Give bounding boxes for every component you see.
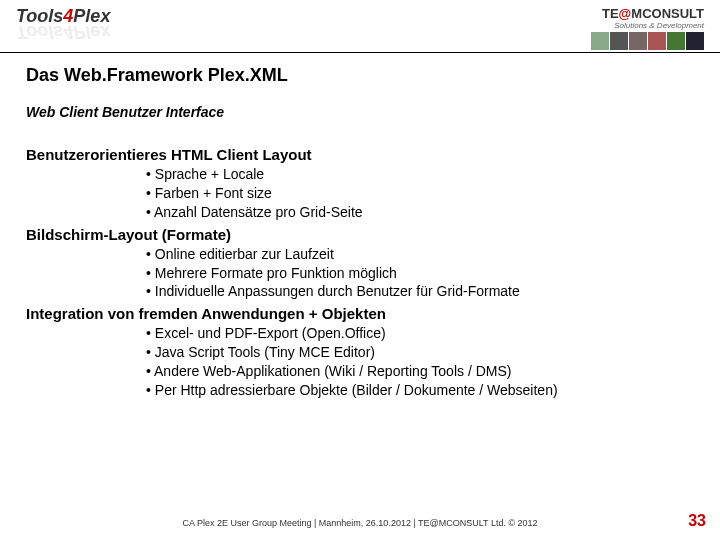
- slide-header: Tools4Plex Tools4Plex TE@MCONSULT Soluti…: [0, 0, 720, 53]
- slide-subtitle: Web Client Benutzer Interface: [26, 104, 694, 120]
- list-item: Anzahl Datensätze pro Grid-Seite: [146, 203, 694, 222]
- logo-reflection: Tools4Plex: [16, 21, 110, 42]
- logo-part-te: TE: [602, 6, 619, 21]
- slide-content: Das Web.Framework Plex.XML Web Client Be…: [0, 53, 720, 400]
- page-number: 33: [688, 512, 706, 530]
- section-list-2: Excel- und PDF-Export (Open.Office) Java…: [26, 324, 694, 400]
- logo-part-at: @: [619, 6, 632, 21]
- logo-teamconsult: TE@MCONSULT Solutions & Development: [591, 6, 704, 50]
- list-item: Mehrere Formate pro Funktion möglich: [146, 264, 694, 283]
- list-item: Andere Web-Applikationen (Wiki / Reporti…: [146, 362, 694, 381]
- list-item: Sprache + Locale: [146, 165, 694, 184]
- logo-tagline: Solutions & Development: [591, 21, 704, 30]
- list-item: Per Http adressierbare Objekte (Bilder /…: [146, 381, 694, 400]
- slide-footer: CA Plex 2E User Group Meeting | Mannheim…: [0, 518, 720, 528]
- logo-part-mconsult: MCONSULT: [631, 6, 704, 21]
- logo-thumbs: [591, 32, 704, 50]
- slide-title: Das Web.Framework Plex.XML: [26, 65, 694, 86]
- logo-tools4plex: Tools4Plex Tools4Plex: [16, 6, 110, 42]
- section-head-2: Integration von fremden Anwendungen + Ob…: [26, 305, 694, 322]
- section-head-1: Bildschirm-Layout (Formate): [26, 226, 694, 243]
- list-item: Excel- und PDF-Export (Open.Office): [146, 324, 694, 343]
- list-item: Individuelle Anpassungen durch Benutzer …: [146, 282, 694, 301]
- section-head-0: Benutzerorientieres HTML Client Layout: [26, 146, 694, 163]
- section-list-0: Sprache + Locale Farben + Font size Anza…: [26, 165, 694, 222]
- list-item: Java Script Tools (Tiny MCE Editor): [146, 343, 694, 362]
- list-item: Farben + Font size: [146, 184, 694, 203]
- list-item: Online editierbar zur Laufzeit: [146, 245, 694, 264]
- section-list-1: Online editierbar zur Laufzeit Mehrere F…: [26, 245, 694, 302]
